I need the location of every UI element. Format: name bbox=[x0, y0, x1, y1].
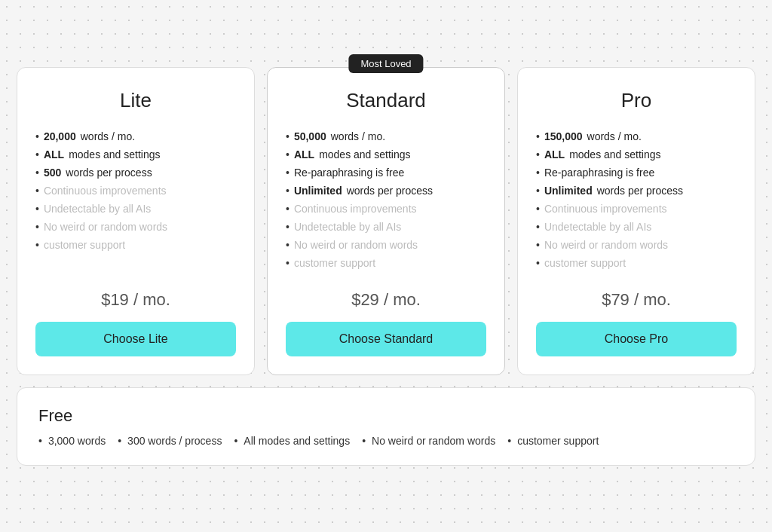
feature-item: Re-paraphrasing is free bbox=[536, 164, 737, 182]
free-feature-item: 3,000 words bbox=[38, 435, 106, 447]
plan-card-standard: Most LovedStandard50,000 words / mo.ALL … bbox=[267, 67, 505, 375]
feature-item: 500 words per process bbox=[35, 164, 236, 182]
choose-button-lite[interactable]: Choose Lite bbox=[35, 322, 236, 356]
free-plan-title: Free bbox=[38, 406, 734, 426]
choose-button-pro[interactable]: Choose Pro bbox=[536, 322, 737, 356]
most-loved-badge: Most Loved bbox=[348, 54, 423, 73]
feature-item: Undetectable by all AIs bbox=[286, 218, 486, 236]
free-feature-item: No weird or random words bbox=[362, 435, 495, 447]
choose-button-standard[interactable]: Choose Standard bbox=[286, 322, 486, 356]
feature-item: Undetectable by all AIs bbox=[35, 200, 236, 218]
feature-item: Continuous improvements bbox=[536, 200, 737, 218]
feature-item: Unlimited words per process bbox=[286, 182, 486, 200]
feature-item: 20,000 words / mo. bbox=[35, 127, 236, 145]
features-list-lite: 20,000 words / mo.ALL modes and settings… bbox=[35, 127, 236, 272]
features-list-standard: 50,000 words / mo.ALL modes and settings… bbox=[286, 127, 486, 272]
pricing-grid: Lite20,000 words / mo.ALL modes and sett… bbox=[17, 67, 755, 375]
free-plan-card: Free 3,000 words300 words / processAll m… bbox=[17, 387, 755, 466]
feature-item: customer support bbox=[536, 254, 737, 272]
plan-card-pro: Pro150,000 words / mo.ALL modes and sett… bbox=[517, 67, 755, 375]
plan-price-lite: $19 / mo. bbox=[35, 290, 236, 310]
free-feature-item: customer support bbox=[507, 435, 599, 447]
feature-item: No weird or random words bbox=[536, 236, 737, 254]
feature-item: 150,000 words / mo. bbox=[536, 127, 737, 145]
feature-item: 50,000 words / mo. bbox=[286, 127, 486, 145]
plan-title-standard: Standard bbox=[286, 89, 486, 112]
feature-item: ALL modes and settings bbox=[35, 145, 236, 164]
feature-item: ALL modes and settings bbox=[536, 145, 737, 164]
free-features-list: 3,000 words300 words / processAll modes … bbox=[38, 435, 734, 447]
feature-item: Continuous improvements bbox=[35, 182, 236, 200]
plan-title-pro: Pro bbox=[536, 89, 737, 112]
plan-price-pro: $79 / mo. bbox=[536, 290, 737, 310]
feature-item: Re-paraphrasing is free bbox=[286, 164, 486, 182]
plan-title-lite: Lite bbox=[35, 89, 236, 112]
feature-item: No weird or random words bbox=[286, 236, 486, 254]
free-feature-item: 300 words / process bbox=[118, 435, 222, 447]
feature-item: Undetectable by all AIs bbox=[536, 218, 737, 236]
feature-item: ALL modes and settings bbox=[286, 145, 486, 164]
feature-item: customer support bbox=[286, 254, 486, 272]
feature-item: customer support bbox=[35, 236, 236, 254]
feature-item: No weird or random words bbox=[35, 218, 236, 236]
plan-price-standard: $29 / mo. bbox=[286, 290, 486, 310]
features-list-pro: 150,000 words / mo.ALL modes and setting… bbox=[536, 127, 737, 272]
free-feature-item: All modes and settings bbox=[234, 435, 350, 447]
feature-item: Continuous improvements bbox=[286, 200, 486, 218]
feature-item: Unlimited words per process bbox=[536, 182, 737, 200]
plan-card-lite: Lite20,000 words / mo.ALL modes and sett… bbox=[17, 67, 255, 375]
